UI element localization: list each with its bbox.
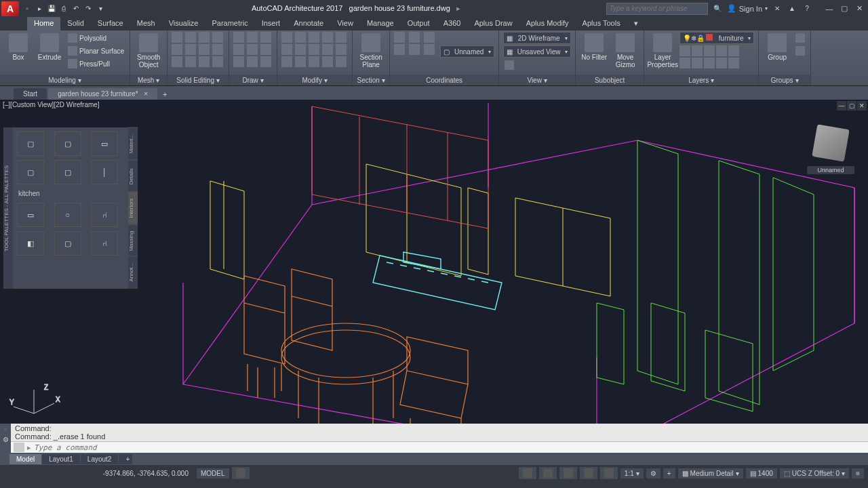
- panel-label-draw[interactable]: Draw▾: [229, 75, 277, 85]
- palette-item[interactable]: ▢: [17, 131, 44, 156]
- trim-icon[interactable]: [309, 32, 319, 43]
- palette-item[interactable]: ▢: [17, 160, 44, 184]
- tab-solid[interactable]: Solid: [60, 17, 90, 30]
- anno-scale[interactable]: 1:1 ▾: [620, 468, 644, 479]
- ribbon-overflow-icon[interactable]: ▾: [627, 17, 645, 30]
- palette-item[interactable]: │: [91, 160, 118, 184]
- layer-prev-icon[interactable]: [716, 58, 727, 68]
- polyline-icon[interactable]: [247, 32, 258, 43]
- offset-edge-icon[interactable]: [185, 56, 196, 67]
- layer-properties-button[interactable]: Layer Properties: [648, 32, 677, 70]
- planar-surface-button[interactable]: Planar Surface: [66, 45, 125, 57]
- shell-icon[interactable]: [172, 56, 182, 67]
- tool-palette[interactable]: × TOOL PALETTES - ALL PALETTES ▢ ▢ ▭ ▢ ▢…: [3, 127, 138, 289]
- detail-level[interactable]: ▩ Medium Detail ▾: [678, 468, 743, 479]
- tab-mesh[interactable]: Mesh: [130, 17, 162, 30]
- tab-surface[interactable]: Surface: [91, 17, 130, 30]
- palette-tab[interactable]: Annot...: [128, 256, 138, 289]
- section-plane-button[interactable]: Section Plane: [357, 32, 385, 70]
- iso-toggle[interactable]: [600, 467, 618, 479]
- array-icon[interactable]: [281, 56, 292, 67]
- palette-tab[interactable]: Materi...: [128, 127, 138, 160]
- offset-icon[interactable]: [295, 56, 306, 67]
- new-icon[interactable]: ▫: [22, 3, 33, 14]
- grid-toggle[interactable]: [232, 467, 250, 479]
- layout-tab-add[interactable]: +: [119, 454, 132, 464]
- intersect-icon[interactable]: [199, 32, 210, 43]
- view-more[interactable]: [503, 59, 571, 71]
- viewcube-label[interactable]: Unnamed: [807, 166, 854, 174]
- move-icon[interactable]: [281, 32, 292, 43]
- tab-aplus-modify[interactable]: Aplus Modify: [519, 17, 576, 30]
- break-icon[interactable]: [322, 56, 333, 67]
- panel-label-solidedit[interactable]: Solid Editing▾: [167, 75, 229, 85]
- rotate-icon[interactable]: [295, 32, 306, 43]
- palette-item[interactable]: ▭: [17, 203, 44, 227]
- palette-item[interactable]: ⑁: [91, 231, 118, 256]
- interfere-icon[interactable]: [212, 32, 223, 43]
- snap-toggle[interactable]: [519, 467, 536, 479]
- search-icon[interactable]: 🔍: [712, 3, 723, 14]
- model-space-toggle[interactable]: MODEL: [197, 468, 229, 479]
- ucs-icon-btn[interactable]: [394, 32, 405, 43]
- scale-icon[interactable]: [336, 44, 347, 55]
- panel-label-mesh[interactable]: Mesh▾: [130, 75, 167, 85]
- tab-manage[interactable]: Manage: [360, 17, 401, 30]
- visual-style-dropdown[interactable]: ▦2D Wireframe▾: [503, 32, 571, 44]
- smooth-object-button[interactable]: Smooth Object: [134, 32, 163, 70]
- tab-add-button[interactable]: +: [159, 89, 171, 100]
- panel-label-coords[interactable]: Coordinates: [390, 75, 498, 85]
- elevation[interactable]: ▤ 1400: [746, 468, 777, 479]
- box-button[interactable]: Box: [4, 32, 33, 62]
- help-icon[interactable]: ?: [802, 3, 812, 14]
- ucs-offset[interactable]: ⬚ UCS Z Offset: 0 ▾: [780, 468, 849, 479]
- tab-annotate[interactable]: Annotate: [287, 17, 330, 30]
- exchange-icon[interactable]: ✕: [772, 3, 783, 14]
- layer-uniso-icon[interactable]: [728, 58, 739, 68]
- open-icon[interactable]: ▸: [34, 3, 45, 14]
- panel-label-groups[interactable]: Groups▾: [759, 75, 810, 85]
- stretch-icon[interactable]: [322, 44, 333, 55]
- plot-icon[interactable]: ⎙: [58, 3, 69, 14]
- saved-view-dropdown[interactable]: ▦Unsaved View▾: [503, 45, 571, 58]
- tab-visualize[interactable]: Visualize: [162, 17, 205, 30]
- palette-item[interactable]: ◧: [17, 231, 44, 256]
- palette-item[interactable]: ▢: [54, 231, 81, 256]
- polar-toggle[interactable]: [559, 467, 577, 479]
- presspull-button[interactable]: Press/Pull: [66, 58, 125, 70]
- group-button[interactable]: Group: [763, 32, 791, 62]
- palette-tab[interactable]: Massing: [128, 224, 138, 257]
- ucs-prev-icon[interactable]: [424, 32, 435, 43]
- layout-tab-model[interactable]: Model: [9, 454, 41, 464]
- gear-button[interactable]: ⚙: [646, 468, 660, 479]
- cmd-close-icon[interactable]: ×: [1, 425, 10, 433]
- polysolid-button[interactable]: Polysolid: [66, 32, 125, 44]
- tab-aplus-tools[interactable]: Aplus Tools: [576, 17, 627, 30]
- move-gizmo-button[interactable]: Move Gizmo: [611, 32, 639, 70]
- save-icon[interactable]: 💾: [46, 3, 57, 14]
- tab-output[interactable]: Output: [401, 17, 437, 30]
- workspace-toggle[interactable]: +: [663, 468, 675, 479]
- ucs-world-icon[interactable]: [409, 32, 420, 43]
- panel-label-modify[interactable]: Modify▾: [277, 75, 352, 85]
- palette-item[interactable]: ▭: [91, 131, 118, 156]
- ucs-y-icon[interactable]: [409, 44, 420, 55]
- panel-label-modeling[interactable]: Modeling▾: [0, 75, 130, 85]
- imprint-icon[interactable]: [199, 44, 210, 55]
- cmd-options-icon[interactable]: ⚙: [3, 436, 9, 443]
- arc-icon[interactable]: [233, 44, 244, 55]
- app-logo[interactable]: A: [1, 1, 19, 16]
- slice-icon[interactable]: [172, 44, 182, 55]
- redo-icon[interactable]: ↷: [83, 3, 94, 14]
- keyword-search[interactable]: [606, 3, 708, 15]
- layer-off-icon[interactable]: [679, 45, 690, 56]
- minimize-button[interactable]: —: [822, 3, 837, 15]
- osnap-toggle[interactable]: [580, 467, 597, 479]
- layer-on-icon[interactable]: [679, 58, 690, 68]
- tab-home[interactable]: Home: [27, 17, 60, 30]
- fillet-edge-icon[interactable]: [199, 56, 210, 67]
- spline-icon[interactable]: [247, 56, 258, 67]
- layer-thaw-icon[interactable]: [692, 58, 703, 68]
- palette-tab[interactable]: Details: [128, 160, 138, 192]
- palette-item[interactable]: ▢: [54, 131, 81, 156]
